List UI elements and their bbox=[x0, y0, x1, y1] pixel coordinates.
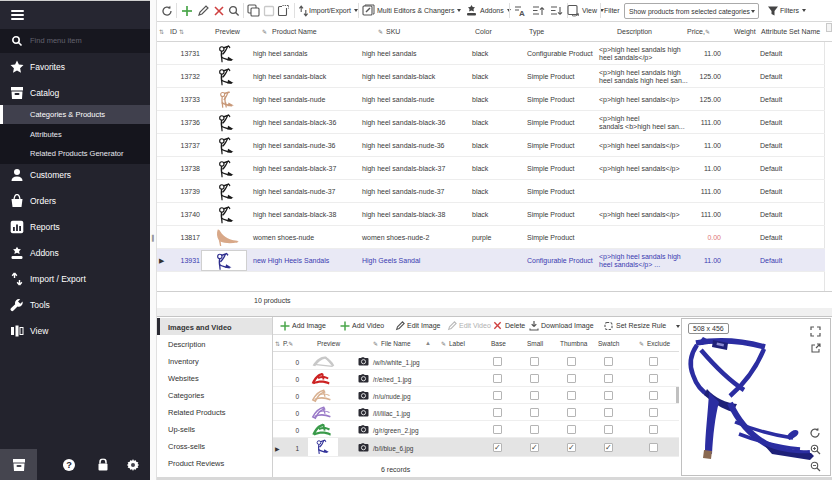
svg-text:?: ? bbox=[66, 460, 72, 470]
svg-text:A: A bbox=[519, 9, 525, 17]
